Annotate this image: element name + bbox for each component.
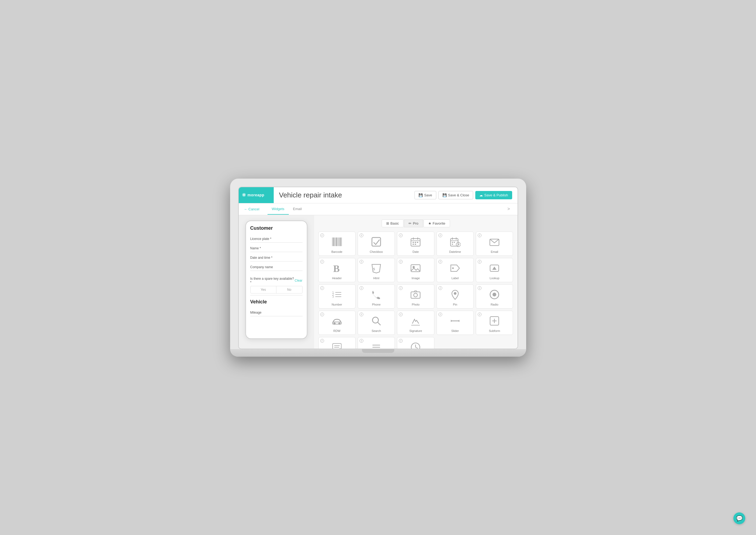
widget-slider[interactable]: i Slider (437, 311, 474, 335)
basic-icon: ⊞ (386, 221, 389, 225)
datetime-label: Datetime (449, 250, 461, 253)
svg-rect-14 (413, 244, 414, 245)
info-icon: i (478, 234, 481, 237)
nav-bar: ← Cancel Widgets Email > (239, 203, 517, 215)
nav-more[interactable]: > (505, 207, 512, 211)
licence-plate-label: Licence plate * (250, 237, 303, 241)
save-button[interactable]: 💾 Save (415, 191, 436, 199)
info-icon: i (360, 339, 363, 343)
widget-time[interactable]: i Time (397, 337, 434, 349)
number-label: Number (332, 303, 342, 306)
info-icon: i (399, 260, 403, 264)
logo-text: moreapp (247, 193, 265, 197)
widget-date[interactable]: i Date (397, 232, 434, 256)
info-icon: i (360, 313, 363, 316)
info-icon: i (438, 234, 442, 237)
top-bar: ❋ moreapp Vehicle repair intake 💾 Save 💾… (239, 187, 517, 203)
search-label: Search (372, 329, 381, 332)
widget-signature[interactable]: i Signature (397, 311, 434, 335)
widget-textarea[interactable]: i Text Area (358, 337, 395, 349)
widget-label[interactable]: i Label (437, 258, 474, 282)
widget-photo[interactable]: i Photo (397, 284, 434, 309)
tab-favorite[interactable]: ★ Favorite (423, 219, 450, 227)
tab-basic[interactable]: ⊞ Basic (382, 219, 404, 227)
svg-rect-13 (417, 242, 418, 243)
clear-button[interactable]: Clear (295, 279, 303, 282)
spare-key-field[interactable]: Is there a spare key available? * Clear … (250, 272, 303, 296)
widget-image[interactable]: i Image (397, 258, 434, 282)
widget-radio[interactable]: i Radio (476, 284, 513, 309)
tab-widgets[interactable]: Widgets (268, 204, 289, 215)
svg-text:B: B (333, 263, 340, 273)
phone-panel: Customer Licence plate * Name * Date and… (239, 215, 314, 349)
svg-point-51 (372, 317, 378, 323)
svg-rect-5 (338, 238, 339, 246)
svg-rect-3 (336, 238, 337, 246)
widget-email[interactable]: i Email (476, 232, 513, 256)
svg-point-33 (413, 266, 415, 268)
svg-line-52 (378, 322, 381, 325)
info-icon: i (360, 286, 363, 290)
widget-html[interactable]: i 5 Html (358, 258, 395, 282)
widget-rdw[interactable]: i RDW (318, 311, 356, 335)
widget-number[interactable]: i 123 Number (318, 284, 356, 309)
image-label: Image (412, 276, 420, 280)
html-label: Html (373, 276, 379, 280)
header-label: Header (332, 276, 342, 280)
datetime-icon (449, 235, 462, 248)
chat-button[interactable]: 💬 (733, 512, 745, 524)
no-button[interactable]: No (276, 286, 302, 293)
signature-label: Signature (409, 329, 422, 332)
widget-panel: ⊞ Basic ✏ Pro ★ Favorite (314, 215, 517, 349)
widget-barcode[interactable]: i Barcode (318, 232, 356, 256)
name-field[interactable]: Name * (250, 244, 303, 252)
barcode-label: Barcode (331, 250, 342, 253)
info-icon: i (399, 234, 403, 237)
widget-search[interactable]: i Search (358, 311, 395, 335)
svg-point-49 (334, 323, 335, 325)
photo-icon (409, 288, 422, 301)
widget-checkbox[interactable]: i Checkbox (358, 232, 395, 256)
info-icon: i (399, 286, 403, 290)
info-icon: i (320, 313, 324, 316)
info-icon: i (320, 286, 324, 290)
widget-tabs: ⊞ Basic ✏ Pro ★ Favorite (318, 219, 513, 227)
company-name-field[interactable]: Company name (250, 263, 303, 271)
widget-text[interactable]: i Text (318, 337, 356, 349)
svg-marker-56 (458, 320, 459, 322)
mileage-field[interactable]: Mileage (250, 308, 303, 316)
svg-rect-6 (340, 238, 341, 246)
logo-icon: ❋ (242, 192, 246, 198)
widget-datetime[interactable]: i Datetime (437, 232, 474, 256)
save-publish-button[interactable]: ☁ Save & Publish (475, 191, 512, 199)
widget-grid: i Barcode i Checkbox (318, 232, 513, 349)
widget-phone[interactable]: i Phone (358, 284, 395, 309)
tab-pro[interactable]: ✏ Pro (404, 219, 423, 227)
widget-subform[interactable]: i Subform (476, 311, 513, 335)
yes-button[interactable]: Yes (250, 286, 277, 293)
checkbox-label: Checkbox (370, 250, 383, 253)
licence-plate-field[interactable]: Licence plate * (250, 234, 303, 242)
svg-rect-12 (415, 242, 416, 243)
logo-area: ❋ moreapp (239, 187, 274, 203)
barcode-icon (330, 235, 344, 248)
cancel-button[interactable]: ← Cancel (244, 207, 259, 211)
widget-pin[interactable]: i Pin (437, 284, 474, 309)
header-icon: B (330, 262, 344, 275)
widget-lookup[interactable]: i Lookup (476, 258, 513, 282)
photo-label: Photo (412, 303, 420, 306)
svg-rect-2 (335, 238, 335, 246)
svg-rect-11 (413, 242, 414, 243)
lookup-icon (488, 262, 501, 275)
info-icon: i (320, 260, 324, 264)
rdw-label: RDW (334, 329, 340, 332)
phone-icon (369, 288, 383, 301)
tab-email[interactable]: Email (289, 204, 306, 215)
lookup-label: Lookup (490, 276, 499, 280)
datetime-field[interactable]: Date and time * (250, 253, 303, 262)
widget-header[interactable]: i B Header (318, 258, 356, 282)
company-name-label: Company name (250, 265, 303, 269)
save-close-button[interactable]: 💾 Save & Close (438, 191, 474, 199)
time-icon (409, 341, 422, 349)
info-icon: i (438, 260, 442, 264)
